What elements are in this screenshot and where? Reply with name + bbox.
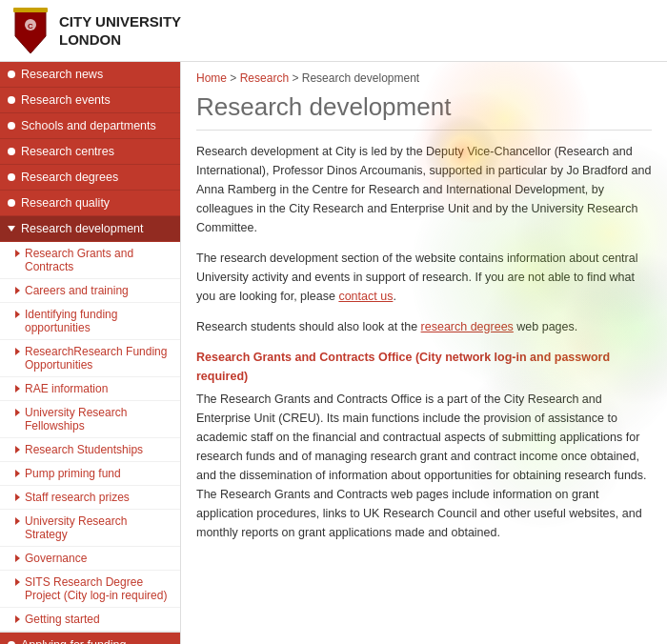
sidebar: Research news Research events Schools an… bbox=[0, 62, 181, 644]
content-para-3: Research students should also look at th… bbox=[196, 317, 652, 336]
sub-arrow-icon bbox=[15, 250, 20, 257]
sidebar-item-research-degrees[interactable]: Research degrees bbox=[0, 165, 180, 191]
sidebar-sub-staff-research-prizes[interactable]: Staff research prizes bbox=[0, 486, 180, 510]
sidebar-sub-careers-training[interactable]: Careers and training bbox=[0, 279, 180, 303]
logo-text: CITY UNIVERSITY LONDON bbox=[59, 12, 181, 50]
sub-arrow-icon bbox=[15, 470, 20, 477]
page-title: Research development bbox=[196, 92, 652, 131]
content-para-2: The research development section of the … bbox=[196, 249, 652, 306]
sidebar-item-research-news[interactable]: Research news bbox=[0, 62, 180, 88]
sub-arrow-icon bbox=[15, 287, 20, 294]
layout: Research news Research events Schools an… bbox=[0, 62, 667, 644]
sidebar-sub-research-studentships[interactable]: Research Studentships bbox=[0, 438, 180, 462]
sub-arrow-icon bbox=[15, 348, 20, 355]
bullet-icon bbox=[8, 70, 15, 78]
sub-arrow-icon bbox=[15, 446, 20, 453]
svg-text:C: C bbox=[28, 22, 33, 30]
research-degrees-link[interactable]: research degrees bbox=[421, 320, 514, 333]
sidebar-sub-section: Research Grants and Contracts Careers an… bbox=[0, 242, 180, 633]
sidebar-sub-governance[interactable]: Governance bbox=[0, 547, 180, 571]
content-para-4: The Research Grants and Contracts Office… bbox=[196, 390, 652, 542]
sidebar-sub-research-funding-opps[interactable]: ResearchResearch Funding Opportunities bbox=[0, 340, 180, 377]
sub-arrow-icon bbox=[15, 409, 20, 416]
main-content: Home > Research > Research development R… bbox=[181, 62, 667, 644]
sidebar-sub-university-research-fellowships[interactable]: University Research Fellowships bbox=[0, 401, 180, 438]
sidebar-item-research-centres[interactable]: Research centres bbox=[0, 139, 180, 165]
sidebar-item-research-quality[interactable]: Research quality bbox=[0, 191, 180, 216]
sidebar-sub-sits-research[interactable]: SITS Research Degree Project (City log-i… bbox=[0, 571, 180, 608]
sidebar-sub-pump-priming[interactable]: Pump priming fund bbox=[0, 462, 180, 486]
breadcrumb-home[interactable]: Home bbox=[196, 71, 227, 85]
grants-office-heading: Research Grants and Contracts Office (Ci… bbox=[196, 348, 652, 386]
breadcrumb: Home > Research > Research development bbox=[196, 71, 652, 85]
sub-arrow-icon bbox=[15, 385, 20, 392]
sidebar-item-applying-funding[interactable]: Applying for funding bbox=[0, 633, 180, 644]
contact-us-link[interactable]: contact us bbox=[338, 290, 393, 303]
header: C CITY UNIVERSITY LONDON bbox=[0, 0, 667, 62]
sub-arrow-icon bbox=[15, 578, 20, 586]
sub-arrow-icon bbox=[15, 615, 20, 623]
bullet-icon bbox=[8, 96, 15, 104]
sidebar-sub-research-grants[interactable]: Research Grants and Contracts bbox=[0, 242, 180, 279]
svg-rect-0 bbox=[13, 8, 48, 12]
breadcrumb-current: Research development bbox=[302, 71, 419, 85]
sub-arrow-icon bbox=[15, 517, 20, 525]
sidebar-sub-identifying-funding[interactable]: Identifying funding opportunities bbox=[0, 303, 180, 340]
arrow-down-icon bbox=[8, 226, 15, 231]
sidebar-sub-getting-started[interactable]: Getting started bbox=[0, 608, 180, 632]
sub-arrow-icon bbox=[15, 311, 20, 318]
bullet-icon bbox=[8, 122, 15, 130]
sidebar-item-research-development[interactable]: Research development bbox=[0, 216, 180, 242]
logo-shield-icon: C bbox=[11, 8, 50, 53]
sidebar-sub-university-research-strategy[interactable]: University Research Strategy bbox=[0, 510, 180, 547]
sidebar-item-schools-departments[interactable]: Schools and departments bbox=[0, 113, 180, 139]
breadcrumb-research[interactable]: Research bbox=[240, 71, 289, 85]
bullet-icon bbox=[8, 199, 15, 207]
bullet-icon bbox=[8, 173, 15, 181]
bullet-icon bbox=[8, 148, 15, 155]
sub-arrow-icon bbox=[15, 493, 20, 501]
sub-arrow-icon bbox=[15, 554, 20, 562]
content-para-1: Research development at City is led by t… bbox=[196, 142, 652, 237]
sidebar-sub-rae-info[interactable]: RAE information bbox=[0, 377, 180, 401]
sidebar-item-research-events[interactable]: Research events bbox=[0, 88, 180, 113]
